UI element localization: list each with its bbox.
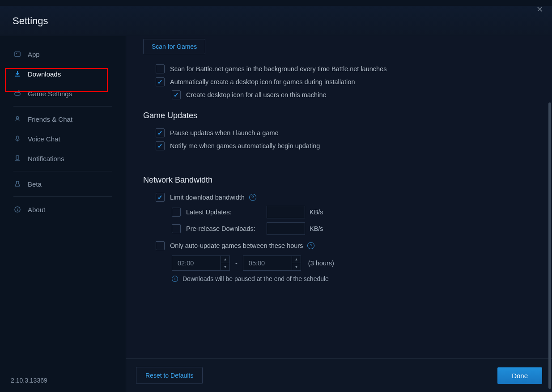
time-separator: - <box>235 260 238 267</box>
time-from-input[interactable]: 02:00 ▲ ▼ <box>172 256 230 271</box>
svg-point-2 <box>18 91 20 93</box>
info-icon <box>13 205 21 213</box>
download-icon <box>13 70 21 78</box>
friends-icon <box>13 115 21 123</box>
label-limit-bandwidth: Limit download bandwidth <box>170 194 245 201</box>
sidebar-item-label: App <box>28 51 40 58</box>
bell-icon <box>13 154 21 162</box>
content-panel: Scan for Games Scan for Battle.net games… <box>126 36 552 392</box>
time-from-down-icon[interactable]: ▼ <box>221 263 229 270</box>
svg-rect-0 <box>15 52 20 56</box>
svg-rect-4 <box>17 136 18 139</box>
svg-point-3 <box>17 117 19 119</box>
beaker-icon <box>13 180 21 188</box>
help-icon[interactable]: ? <box>307 242 314 249</box>
sidebar-item-beta[interactable]: Beta <box>0 174 126 194</box>
checkbox-scan-background[interactable] <box>156 64 165 73</box>
label-notify-updates: Notify me when games automatically begin… <box>170 142 320 149</box>
reset-to-defaults-button[interactable]: Reset to Defaults <box>136 367 203 384</box>
scan-for-games-button[interactable]: Scan for Games <box>143 39 205 54</box>
section-title-network-bandwidth: Network Bandwidth <box>143 175 535 185</box>
help-icon[interactable]: ? <box>249 194 256 201</box>
sidebar-item-label: Voice Chat <box>28 135 60 143</box>
done-button[interactable]: Done <box>497 367 542 384</box>
hours-note: (3 hours) <box>308 260 334 267</box>
label-auto-desktop-icon: Automatically create a desktop icon for … <box>170 78 355 85</box>
schedule-info-text: Downloads will be paused at the end of t… <box>183 275 329 282</box>
scrollbar[interactable] <box>548 102 551 389</box>
time-to-input[interactable]: 05:00 ▲ ▼ <box>243 256 301 271</box>
time-from-up-icon[interactable]: ▲ <box>221 256 229 263</box>
footer: Reset to Defaults Done <box>126 358 552 392</box>
checkbox-auto-update-hours[interactable] <box>156 241 165 250</box>
time-to-down-icon[interactable]: ▼ <box>292 263 301 270</box>
sidebar-item-label: About <box>28 206 45 213</box>
game-settings-icon <box>13 89 21 98</box>
time-to-value: 05:00 <box>243 260 292 267</box>
input-latest-updates-bandwidth[interactable] <box>267 206 305 218</box>
section-title-game-updates: Game Updates <box>143 111 535 120</box>
sidebar-item-game-settings[interactable]: Game Settings <box>0 84 126 103</box>
input-pre-release-bandwidth[interactable] <box>267 222 305 235</box>
sidebar-item-label: Friends & Chat <box>28 115 72 123</box>
checkbox-auto-desktop-icon[interactable] <box>156 77 165 86</box>
time-to-up-icon[interactable]: ▲ <box>292 256 301 263</box>
sidebar-item-label: Beta <box>28 180 42 188</box>
app-icon <box>13 50 21 58</box>
page-title: Settings <box>13 15 48 27</box>
label-pre-release: Pre-release Downloads: <box>186 225 267 232</box>
sidebar: App Downloads Game Settings Friends & Ch <box>0 36 126 392</box>
sidebar-item-label: Notifications <box>28 155 64 162</box>
sidebar-item-friends[interactable]: Friends & Chat <box>0 109 126 129</box>
sidebar-item-about[interactable]: About <box>0 200 126 219</box>
close-icon[interactable]: ✕ <box>535 3 545 16</box>
svg-rect-5 <box>16 156 19 159</box>
header: Settings <box>0 6 552 36</box>
sidebar-item-downloads[interactable]: Downloads <box>0 64 126 84</box>
sidebar-item-label: Game Settings <box>28 90 72 98</box>
sidebar-item-notifications[interactable]: Notifications <box>0 149 126 168</box>
checkbox-latest-updates[interactable] <box>172 208 181 217</box>
sidebar-item-voice-chat[interactable]: Voice Chat <box>0 129 126 149</box>
label-scan-background: Scan for Battle.net games in the backgro… <box>170 65 386 72</box>
sidebar-item-app[interactable]: App <box>0 44 126 64</box>
time-from-value: 02:00 <box>172 260 221 267</box>
version-label: 2.10.3.13369 <box>0 369 126 392</box>
info-icon: i <box>172 276 178 282</box>
sidebar-item-label: Downloads <box>28 70 61 78</box>
label-desktop-icon-all-users: Create desktop icon for all users on thi… <box>186 91 327 98</box>
checkbox-pre-release[interactable] <box>172 224 181 233</box>
unit-label: KB/s <box>310 209 323 216</box>
label-latest-updates: Latest Updates: <box>186 209 267 216</box>
checkbox-pause-updates[interactable] <box>156 128 165 137</box>
checkbox-desktop-icon-all-users[interactable] <box>172 90 181 99</box>
mic-icon <box>13 135 21 143</box>
unit-label: KB/s <box>310 225 323 232</box>
checkbox-notify-updates[interactable] <box>156 141 165 150</box>
label-pause-updates: Pause updates when I launch a game <box>170 129 279 136</box>
checkbox-limit-bandwidth[interactable] <box>156 193 165 202</box>
label-auto-update-hours: Only auto-update games between these hou… <box>170 242 303 249</box>
